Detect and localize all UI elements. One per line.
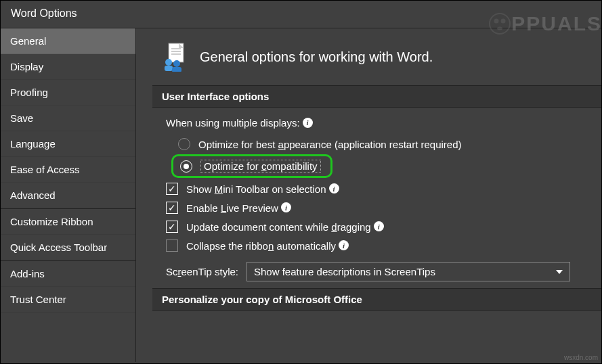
svg-point-10 (494, 19, 499, 24)
checkbox-icon (166, 240, 178, 252)
sidebar-item-label: Save (10, 112, 33, 124)
page-title: General options for working with Word. (200, 49, 433, 65)
svg-rect-8 (172, 67, 181, 72)
sidebar-item-general[interactable]: General (1, 28, 135, 54)
sidebar-item-label: Advanced (10, 189, 56, 201)
section-body: When using multiple displays:i Optimize … (136, 108, 601, 288)
sidebar-item-display[interactable]: Display (1, 54, 135, 80)
select-value: Show feature descriptions in ScreenTips (254, 266, 435, 277)
checkbox-icon (166, 221, 178, 233)
sidebar-item-label: Quick Access Toolbar (10, 242, 107, 253)
screentip-style-select[interactable]: Show feature descriptions in ScreenTips (246, 262, 570, 281)
checkbox-live-preview[interactable]: Enable Live Previewi (166, 198, 588, 217)
sidebar-item-save[interactable]: Save (1, 106, 135, 131)
checkbox-icon (166, 183, 178, 195)
word-options-window: Word Options General Display Proofing Sa… (0, 0, 602, 364)
watermark-small: wsxdn.com (564, 354, 598, 361)
sidebar-item-label: Customize Ribbon (10, 216, 93, 227)
sidebar-item-trust-center[interactable]: Trust Center (1, 287, 135, 313)
sidebar-item-label: Proofing (10, 87, 48, 98)
checkbox-label: Collapse the ribbon automaticallyi (186, 240, 349, 252)
info-icon[interactable]: i (339, 240, 349, 250)
sidebar-item-ease-of-access[interactable]: Ease of Access (1, 157, 135, 183)
watermark-icon (488, 12, 511, 35)
radio-label: Optimize for best appearance (applicatio… (198, 139, 462, 150)
sidebar-item-label: Add-ins (10, 268, 45, 279)
radio-optimize-compatibility-highlighted[interactable]: Optimize for compatibility (171, 154, 332, 178)
sidebar-item-label: Ease of Access (10, 164, 80, 175)
page-header: General options for working with Word. (136, 28, 601, 85)
checkbox-mini-toolbar[interactable]: Show Mini Toolbar on selectioni (166, 179, 588, 198)
checkbox-update-dragging[interactable]: Update document content while draggingi (166, 217, 588, 236)
checkbox-icon (166, 202, 178, 214)
screentip-style-row: ScreenTip style: Show feature descriptio… (166, 262, 588, 281)
watermark-logo: PPUALS (488, 12, 602, 35)
info-icon[interactable]: i (303, 118, 313, 128)
general-options-icon (162, 42, 189, 72)
sidebar-item-label: Language (10, 138, 56, 150)
svg-point-5 (165, 59, 172, 66)
info-icon[interactable]: i (281, 202, 291, 212)
svg-point-7 (173, 60, 180, 67)
sidebar-item-add-ins[interactable]: Add-ins (1, 260, 135, 287)
info-icon[interactable]: i (374, 221, 384, 231)
sidebar-item-language[interactable]: Language (1, 131, 135, 157)
checkbox-label: Update document content while draggingi (186, 221, 384, 233)
svg-rect-6 (165, 66, 173, 71)
sidebar-item-quick-access-toolbar[interactable]: Quick Access Toolbar (1, 235, 135, 260)
sidebar-item-label: Trust Center (10, 294, 66, 305)
checkbox-collapse-ribbon[interactable]: Collapse the ribbon automaticallyi (166, 236, 588, 255)
svg-point-9 (490, 14, 510, 34)
chevron-down-icon (556, 270, 563, 274)
screentip-label: ScreenTip style: (166, 266, 238, 277)
checkbox-label: Show Mini Toolbar on selectioni (186, 183, 339, 195)
svg-point-11 (501, 19, 506, 24)
section-user-interface-options: User Interface options (152, 85, 601, 108)
radio-icon (180, 160, 192, 173)
content-area: General Display Proofing Save Language E… (1, 28, 601, 362)
sidebar-item-advanced[interactable]: Advanced (1, 183, 135, 208)
sidebar: General Display Proofing Save Language E… (1, 28, 136, 362)
radio-optimize-appearance[interactable]: Optimize for best appearance (applicatio… (166, 135, 588, 153)
sidebar-item-customize-ribbon[interactable]: Customize Ribbon (1, 208, 135, 235)
main-panel: General options for working with Word. U… (136, 28, 601, 362)
svg-point-12 (497, 27, 502, 30)
sidebar-item-label: Display (10, 61, 43, 72)
section-personalize-office: Personalize your copy of Microsoft Offic… (152, 288, 601, 311)
radio-label: Optimize for compatibility (200, 160, 321, 173)
radio-icon (178, 138, 190, 150)
multiple-displays-label: When using multiple displays:i (166, 117, 588, 129)
sidebar-item-proofing[interactable]: Proofing (1, 80, 135, 106)
checkbox-label: Enable Live Previewi (186, 202, 291, 214)
sidebar-item-label: General (10, 35, 46, 47)
info-icon[interactable]: i (329, 183, 339, 194)
